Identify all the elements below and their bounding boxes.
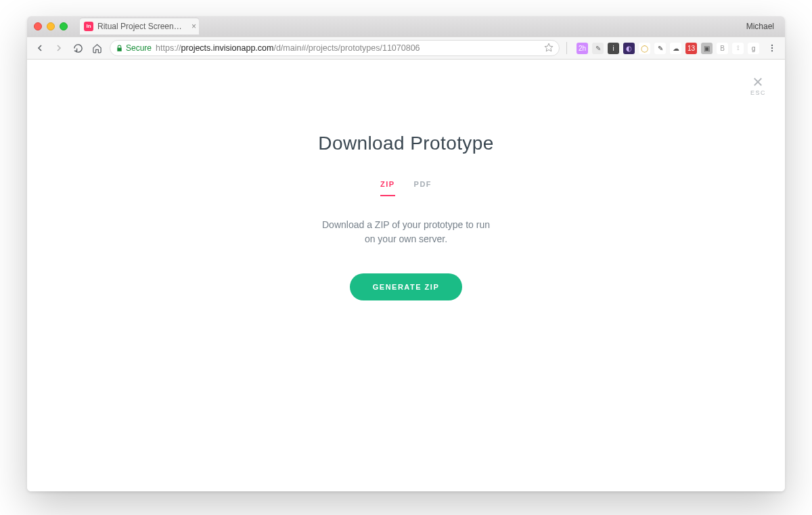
lock-icon bbox=[116, 45, 123, 52]
toolbar-divider bbox=[566, 42, 567, 54]
ext-eyedrop[interactable]: ✎ bbox=[592, 43, 604, 54]
window-controls bbox=[34, 22, 68, 30]
close-window-button[interactable] bbox=[34, 22, 42, 30]
ext-moon[interactable]: ◐ bbox=[623, 43, 635, 54]
ext-2h[interactable]: 2h bbox=[577, 43, 588, 54]
browser-window: In Ritual Project Screens - InVisio × Mi… bbox=[27, 16, 785, 491]
titlebar: In Ritual Project Screens - InVisio × Mi… bbox=[27, 16, 785, 37]
modal-title: Download Prototype bbox=[250, 133, 562, 154]
minimize-window-button[interactable] bbox=[47, 22, 55, 30]
url-text: https://projects.invisionapp.com/d/main#… bbox=[156, 43, 420, 53]
svg-marker-0 bbox=[545, 43, 553, 51]
reload-button[interactable] bbox=[72, 42, 84, 54]
format-tabs: ZIP PDF bbox=[250, 180, 562, 195]
ext-cloud[interactable]: ☁ bbox=[670, 43, 681, 54]
ext-info[interactable]: i bbox=[608, 43, 619, 54]
browser-tab[interactable]: In Ritual Project Screens - InVisio × bbox=[80, 18, 199, 35]
security-label: Secure bbox=[126, 43, 152, 53]
bookmark-star-button[interactable] bbox=[544, 43, 554, 54]
tab-zip[interactable]: ZIP bbox=[380, 180, 395, 195]
ext-b[interactable]: B bbox=[717, 43, 728, 54]
close-modal-button[interactable]: ESC bbox=[750, 76, 766, 96]
address-bar[interactable]: Secure https://projects.invisionapp.com/… bbox=[110, 40, 560, 56]
svg-point-3 bbox=[771, 50, 773, 51]
extension-icons: 2h✎i◐◯✎☁13▣B⟟g bbox=[574, 43, 759, 54]
ext-pencil[interactable]: ✎ bbox=[654, 43, 666, 54]
ext-calendar[interactable]: 13 bbox=[685, 43, 697, 54]
star-icon bbox=[544, 43, 554, 52]
chrome-menu-button[interactable] bbox=[766, 42, 778, 54]
close-label: ESC bbox=[750, 89, 766, 96]
back-button[interactable] bbox=[34, 42, 46, 54]
format-description: Download a ZIP of your prototype to run … bbox=[318, 218, 494, 246]
invision-favicon-icon: In bbox=[84, 22, 93, 31]
security-indicator[interactable]: Secure bbox=[116, 43, 152, 53]
kebab-icon bbox=[767, 43, 777, 53]
forward-button[interactable] bbox=[53, 42, 65, 54]
svg-point-1 bbox=[771, 45, 773, 46]
svg-point-2 bbox=[771, 47, 773, 49]
tab-close-button[interactable]: × bbox=[191, 22, 196, 31]
generate-zip-button[interactable]: GENERATE ZIP bbox=[350, 273, 462, 300]
maximize-window-button[interactable] bbox=[60, 22, 68, 30]
ext-bracket[interactable]: ⟟ bbox=[732, 43, 744, 54]
tab-title: Ritual Project Screens - InVisio bbox=[97, 22, 185, 31]
ext-save[interactable]: ▣ bbox=[701, 43, 713, 54]
browser-toolbar: Secure https://projects.invisionapp.com/… bbox=[27, 37, 785, 60]
ext-circle[interactable]: ◯ bbox=[639, 43, 650, 54]
page-content: ESC Download Prototype ZIP PDF Download … bbox=[27, 60, 785, 491]
chrome-profile-name[interactable]: Michael bbox=[746, 22, 778, 31]
home-button[interactable] bbox=[91, 42, 103, 54]
ext-g[interactable]: g bbox=[748, 43, 759, 54]
close-icon bbox=[752, 76, 764, 88]
tab-pdf[interactable]: PDF bbox=[414, 180, 432, 195]
download-prototype-panel: Download Prototype ZIP PDF Download a ZI… bbox=[250, 133, 562, 300]
